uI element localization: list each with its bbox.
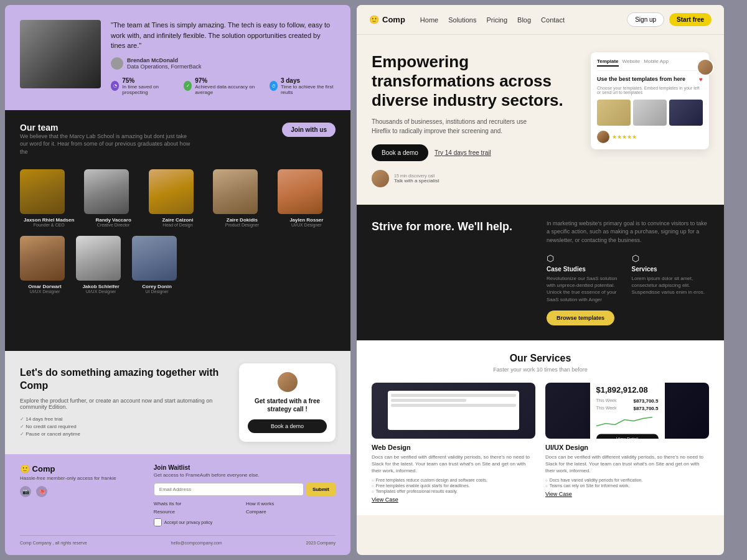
footer-email: hello@compcompany.com [171,541,222,545]
member-role-8: UI Designer [132,289,182,294]
footer-links: Whats its for How it works Resource Comp… [154,501,336,515]
footer-link-4[interactable]: Compare [246,509,336,515]
services-title: Our Services [372,353,709,364]
footer-top: 🙂 Comp Hassle-free member-only access fo… [20,464,336,526]
member-role-1: Founder & CEO [20,223,78,227]
cta-left: Let's do something amazing together with… [20,366,229,439]
hero-book-demo-button[interactable]: Book a demo [372,144,428,161]
footer-link-3[interactable]: Resource [154,509,243,515]
tab-template[interactable]: Template [597,58,619,67]
card-img-3 [669,100,703,126]
member-name-7: Jakob Schleifer [76,284,126,289]
cta-list-item-1: 14 days free trial [20,416,229,422]
webdesign-list-3: Templates offer professional results eas… [372,489,535,493]
dark-service-desc-2: Lorem ipsum dolor sit amet, consectetur … [632,275,710,296]
nav-link-pricing[interactable]: Pricing [486,16,507,24]
dark-service-2: ⬡ Services Lorem ipsum dolor sit amet, c… [632,253,710,303]
hero-quote: "The team at Tines is simply amazing. Th… [111,20,336,51]
team-member-7: Jakob Schleifer UI/UX Designer [76,236,126,294]
book-demo-button[interactable]: Book a demo [248,419,327,433]
webdesign-name: Web Design [372,444,535,451]
signin-button[interactable]: Sign up [627,12,664,27]
footer-copyright: Comp Company , all rights reserve [20,541,87,545]
cta-title: Let's do something amazing together with… [20,366,229,393]
chart-svg [596,414,652,428]
member-role-4: Product Designer [213,223,271,227]
webdesign-preview [372,383,535,439]
hero-section: "The team at Tines is simply amazing. Th… [5,5,350,110]
author-avatar [111,57,123,70]
member-photo-6 [20,236,65,281]
cta-card-title: Get started with a free strategy call ! [248,397,327,413]
dark-services: ⬡ Case Studies Revolutionize our SaaS so… [547,253,709,303]
webdesign-list: Free templates reduce custom design and … [372,478,535,493]
footer-link-1[interactable]: Whats its for [154,501,243,506]
team-member-8: Corey Donin UI Designer [132,236,182,294]
join-button[interactable]: Join with us [282,123,336,137]
email-input[interactable] [154,483,304,496]
nav-link-contact[interactable]: Contact [541,16,565,24]
cta-card-avatar [278,372,298,392]
right-panel: 🙂 Comp Home Solutions Pricing Blog Conta… [357,5,724,555]
stat-3: ⏱ 3 days Time to achieve the first reult… [270,77,336,95]
dark-left: Strive for more. We'll help. [372,220,534,325]
browse-templates-button[interactable]: Browse templates [547,310,614,325]
team-member-6: Omar Dorwart UI/UX Designer [20,236,70,294]
cta-list-item-2: No credit card required [20,424,229,429]
submit-button[interactable]: Submit [306,483,336,496]
nav-link-solutions[interactable]: Solutions [448,16,476,24]
footer-social: 📷 🐙 [20,486,141,497]
card-bottom-row: ★★★★★ [597,131,703,143]
uxdesign-desc: Docs can be verified with different vali… [545,454,709,475]
webdesign-view-case[interactable]: View Case [372,497,535,503]
specialist-row: 15 min discovery call Talk with a specia… [372,170,581,187]
uxdesign-list-1: Docs have varied validity periods for ve… [545,478,709,482]
member-role-5: UI/UX Designer [278,223,336,227]
member-photo-3 [149,169,194,214]
services-icon: ⬡ [632,253,710,263]
team-member-2: Randy Vaccaro Creative Director [84,169,142,227]
team-member-4: Zaire Dokidis Product Designer [213,169,271,227]
nav-logo: 🙂 Comp [369,15,405,24]
view-detail-button[interactable]: View Detail [596,434,659,439]
tab-mobile[interactable]: Mobile App [644,58,669,67]
member-photo-4 [213,169,258,214]
waitlist-desc: Get access to FrameAuth before everyone … [154,472,336,478]
team-section: Our team We believe that the Marcy Lab S… [5,110,350,352]
nav-link-home[interactable]: Home [420,16,438,24]
trial-link[interactable]: Try 14 days free trail [435,149,491,156]
uxdesign-view-case[interactable]: View Case [545,491,709,497]
case-studies-icon: ⬡ [547,253,624,263]
dark-service-name-1: Case Studies [547,266,624,273]
stat-icon-3: ⏱ [270,81,278,91]
nav-link-blog[interactable]: Blog [517,16,531,24]
footer-link-2[interactable]: How it works [246,501,336,506]
footer-bottom: Comp Company , all rights reserve hello@… [20,535,336,545]
uxdesign-list: Docs have varied validity periods for ve… [545,478,709,488]
member-role-7: UI/UX Designer [76,289,126,294]
github-icon[interactable]: 🐙 [36,486,47,497]
hero-face [20,20,101,88]
member-photo-1 [20,169,65,214]
instagram-icon[interactable]: 📷 [20,486,31,497]
card-img-2 [633,100,667,126]
uxdesign-preview: Revenue $1,892,912.08 This Week $873,700… [545,383,709,439]
member-role-6: UI/UX Designer [20,289,70,294]
cta-section: Let's do something amazing together with… [5,351,350,454]
footer-section: 🙂 Comp Hassle-free member-only access fo… [5,454,350,555]
footer-brand-name: 🙂 Comp [20,464,141,474]
revenue-title: Revenue [596,383,659,384]
team-member-1: Jaxson Rhiel Madsen Founder & CEO [20,169,78,227]
member-name-8: Corey Donin [132,284,182,289]
privacy-label: Accept our privacy policy [164,520,212,525]
stat-icon-2: ✓ [184,81,192,91]
specialist-cta[interactable]: Talk with a specialist [394,178,439,184]
hero-image [20,20,101,88]
card-bottom-avatar [597,131,609,143]
start-free-button[interactable]: Start free [669,13,712,26]
hero-content: "The team at Tines is simply amazing. Th… [111,20,336,95]
revenue-label-2: This Week [596,405,617,411]
stat-label-1: In time saved on prospecting [122,84,175,95]
tab-website[interactable]: Website [622,58,641,67]
privacy-checkbox[interactable] [154,518,162,526]
